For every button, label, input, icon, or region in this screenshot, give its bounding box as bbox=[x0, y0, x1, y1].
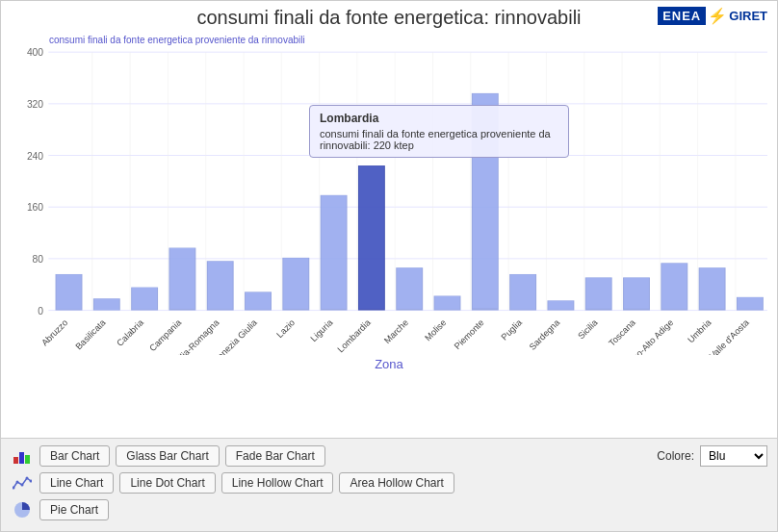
svg-point-93 bbox=[26, 477, 29, 480]
svg-text:Toscana: Toscana bbox=[607, 317, 637, 348]
svg-text:Molise: Molise bbox=[423, 317, 448, 342]
chart-legend: consumi finali da fonte energetica prove… bbox=[11, 35, 767, 45]
header: consumi finali da fonte energetica: rinn… bbox=[1, 1, 777, 35]
svg-text:80: 80 bbox=[33, 254, 44, 265]
svg-rect-21 bbox=[208, 262, 233, 310]
svg-text:Marche: Marche bbox=[382, 317, 410, 345]
lightning-icon: ⚡ bbox=[708, 7, 727, 25]
svg-text:160: 160 bbox=[27, 202, 44, 213]
svg-text:Sardegna: Sardegna bbox=[528, 317, 562, 352]
svg-rect-89 bbox=[25, 455, 30, 464]
pie-chart-icon bbox=[11, 498, 34, 521]
svg-rect-41 bbox=[586, 278, 611, 309]
logo-area: ENEA ⚡ GIRET bbox=[658, 7, 767, 25]
svg-text:Puglia: Puglia bbox=[500, 317, 525, 342]
svg-text:Sicilia: Sicilia bbox=[576, 317, 600, 342]
chart-inner: 400 320 240 160 80 0 bbox=[11, 47, 767, 355]
x-axis-label: Zona bbox=[11, 357, 767, 371]
controls-row-3: Pie Chart bbox=[11, 498, 767, 521]
bar-chart-svg: 400 320 240 160 80 0 bbox=[11, 47, 767, 355]
svg-point-92 bbox=[21, 484, 24, 487]
pie-chart-button[interactable]: Pie Chart bbox=[39, 499, 109, 520]
svg-text:400: 400 bbox=[27, 47, 44, 58]
svg-rect-47 bbox=[700, 268, 725, 309]
bar-chart-button[interactable]: Bar Chart bbox=[39, 445, 110, 467]
svg-text:0: 0 bbox=[38, 306, 43, 317]
svg-rect-29 bbox=[359, 166, 384, 310]
page-title: consumi finali da fonte energetica: rinn… bbox=[196, 7, 581, 29]
glass-bar-chart-button[interactable]: Glass Bar Chart bbox=[116, 445, 219, 467]
svg-text:Liguria: Liguria bbox=[309, 317, 335, 343]
svg-text:Piemonte: Piemonte bbox=[453, 317, 486, 351]
svg-rect-15 bbox=[94, 299, 119, 310]
svg-text:240: 240 bbox=[27, 151, 44, 162]
logo-enea: ENEA bbox=[658, 7, 706, 25]
svg-text:Basilicata: Basilicata bbox=[73, 317, 108, 352]
svg-text:Umbria: Umbria bbox=[686, 317, 713, 345]
svg-point-91 bbox=[16, 481, 19, 484]
fade-bar-chart-button[interactable]: Fade Bar Chart bbox=[225, 445, 325, 467]
logo-giret: GIRET bbox=[729, 9, 767, 23]
svg-rect-19 bbox=[169, 248, 194, 309]
svg-text:Lazio: Lazio bbox=[274, 317, 297, 340]
bar-chart-icon bbox=[11, 444, 34, 468]
svg-rect-45 bbox=[661, 264, 687, 309]
color-select[interactable]: Blu Rosso Verde Giallo bbox=[700, 445, 767, 467]
svg-rect-31 bbox=[397, 268, 422, 309]
color-label: Colore: bbox=[657, 449, 694, 463]
svg-rect-17 bbox=[132, 288, 157, 310]
svg-text:Abruzzo: Abruzzo bbox=[39, 317, 69, 347]
line-dot-chart-button[interactable]: Line Dot Chart bbox=[119, 472, 215, 494]
area-hollow-chart-button[interactable]: Area Hollow Chart bbox=[339, 472, 454, 494]
line-chart-icon bbox=[11, 471, 34, 494]
svg-rect-88 bbox=[19, 452, 24, 464]
svg-rect-27 bbox=[322, 195, 347, 309]
svg-rect-13 bbox=[57, 274, 82, 309]
controls-panel: Bar Chart Glass Bar Chart Fade Bar Chart… bbox=[1, 438, 777, 531]
svg-text:320: 320 bbox=[27, 99, 44, 110]
svg-text:Valle d'Aosta: Valle d'Aosta bbox=[708, 317, 751, 355]
controls-row-1: Bar Chart Glass Bar Chart Fade Bar Chart… bbox=[11, 444, 767, 468]
chart-container: consumi finali da fonte energetica prove… bbox=[1, 35, 777, 438]
svg-rect-49 bbox=[738, 297, 763, 309]
svg-rect-23 bbox=[246, 292, 271, 310]
svg-rect-35 bbox=[473, 94, 498, 309]
svg-text:Calabria: Calabria bbox=[115, 317, 145, 348]
svg-rect-33 bbox=[435, 296, 460, 309]
line-chart-button[interactable]: Line Chart bbox=[39, 472, 114, 494]
svg-rect-37 bbox=[510, 274, 535, 309]
line-hollow-chart-button[interactable]: Line Hollow Chart bbox=[221, 472, 334, 494]
svg-text:Campania: Campania bbox=[147, 317, 184, 354]
svg-rect-43 bbox=[624, 278, 649, 309]
svg-rect-39 bbox=[548, 301, 573, 310]
controls-row-2: Line Chart Line Dot Chart Line Hollow Ch… bbox=[11, 471, 767, 494]
svg-rect-87 bbox=[13, 457, 18, 464]
svg-text:Lombardia: Lombardia bbox=[336, 317, 374, 355]
svg-rect-25 bbox=[283, 258, 308, 309]
